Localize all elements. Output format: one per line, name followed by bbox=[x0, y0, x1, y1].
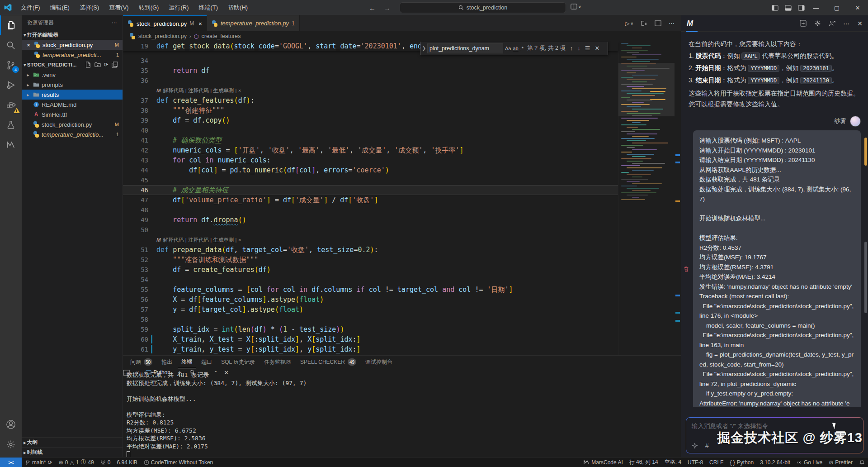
code-line-43[interactable]: 43 for col in numeric_cols: bbox=[123, 155, 618, 165]
code-line-49[interactable]: 49 return df.dropna() bbox=[123, 215, 618, 225]
tree-item-results[interactable]: ▸results bbox=[22, 90, 123, 100]
new-file-icon[interactable] bbox=[85, 62, 91, 68]
tree-item-readme-md[interactable]: iREADME.md bbox=[22, 100, 123, 110]
tab-close-icon[interactable]: × bbox=[198, 20, 202, 27]
regex-toggle[interactable]: .* bbox=[520, 46, 524, 51]
share-user-icon[interactable] bbox=[829, 20, 835, 27]
code-line-46[interactable]: 46 # 成交量相关特征 bbox=[123, 185, 618, 195]
editor-scrollbar[interactable] bbox=[675, 41, 681, 355]
sparkle-command-icon[interactable] bbox=[692, 443, 698, 449]
code-line-61[interactable]: 61 y_train, y_test = y[:split_idx], y[sp… bbox=[123, 344, 618, 354]
toggle-panel-icon[interactable] bbox=[785, 5, 792, 11]
activity-marscode[interactable] bbox=[0, 135, 22, 155]
go-live-item[interactable]: Go Live bbox=[793, 457, 826, 467]
tree-item-temperature-predictio-[interactable]: temperature_predictio...1 bbox=[22, 129, 123, 139]
breadcrumb[interactable]: stock_prediction.py › ⬡ create_features bbox=[123, 31, 681, 41]
code-line-58[interactable]: 58 bbox=[123, 315, 618, 324]
window-close-button[interactable]: ✕ bbox=[847, 0, 868, 15]
activity-testing[interactable] bbox=[0, 115, 22, 135]
encoding-item[interactable]: UTF-8 bbox=[684, 457, 706, 467]
collapse-all-icon[interactable] bbox=[112, 62, 118, 68]
problems-item[interactable]: ⊗0 △1 ⓘ49 bbox=[56, 457, 97, 467]
code-line-40[interactable]: 40 bbox=[123, 125, 618, 135]
code-line-56[interactable]: 56 X = df[feature_columns].astype(float) bbox=[123, 295, 618, 305]
nav-back-icon[interactable]: ← bbox=[369, 4, 376, 12]
panel-tab-问题[interactable]: 问题50 bbox=[127, 356, 156, 368]
code-line-47[interactable]: 47 df['volume_price_ratio'] = df['成交量'] … bbox=[123, 195, 618, 205]
code-line-50[interactable]: 50 bbox=[123, 225, 618, 235]
python-interpreter-item[interactable]: 3.10.2 64-bit bbox=[757, 457, 793, 467]
code-line-55[interactable]: 55 feature_columns = [col for col in df.… bbox=[123, 285, 618, 295]
tree-item-stock-prediction-py[interactable]: stock_prediction.pyM bbox=[22, 119, 123, 129]
language-mode-item[interactable]: { }Python bbox=[726, 457, 757, 467]
cursor-position-item[interactable]: 行 46, 列 14 bbox=[626, 457, 661, 467]
ai-close-icon[interactable]: ✕ bbox=[857, 20, 863, 27]
ai-more-icon[interactable]: ⋯ bbox=[843, 20, 849, 27]
nav-forward-icon[interactable]: → bbox=[384, 4, 391, 12]
prettier-item[interactable]: ⊘Prettier bbox=[826, 457, 856, 467]
find-expand-chevron[interactable]: ❯ bbox=[421, 46, 427, 51]
open-editors-header[interactable]: ▾打开的编辑器 bbox=[22, 30, 123, 40]
gear-icon[interactable] bbox=[814, 20, 821, 27]
activity-extensions[interactable] bbox=[0, 95, 22, 115]
open-changes-icon[interactable] bbox=[641, 20, 647, 27]
split-editor-icon[interactable] bbox=[655, 20, 661, 27]
notifications-bell-icon[interactable] bbox=[856, 457, 868, 467]
code-line-48[interactable]: 48 bbox=[123, 205, 618, 215]
chat-messages[interactable]: 在当前的代码中，您需要输入以下内容： 1. 股票代码：例如 AAPL 代表苹果公… bbox=[681, 32, 868, 407]
code-line-59[interactable]: 59 split_idx = int(len(df) * (1 - test_s… bbox=[123, 324, 618, 334]
find-input[interactable]: plot_predictions_dynam bbox=[427, 43, 503, 53]
code-line-35[interactable]: 35 return df bbox=[123, 66, 618, 76]
editor-tab[interactable]: temperature_prediction.py1 bbox=[207, 15, 300, 31]
file-size-item[interactable]: 6.94 KiB bbox=[113, 457, 140, 467]
activity-run-debug[interactable] bbox=[0, 75, 22, 95]
tree-item--venv[interactable]: ▸.venv bbox=[22, 70, 123, 80]
settings-gear-icon[interactable] bbox=[0, 434, 22, 454]
ports-item[interactable]: 0 bbox=[97, 457, 114, 467]
menu-item[interactable]: 运行(R) bbox=[164, 2, 193, 14]
timeline-section-header[interactable]: ▸时间线 bbox=[22, 447, 123, 457]
explorer-more-actions-icon[interactable]: ⋯ bbox=[112, 19, 117, 26]
code-line-36[interactable]: 36 bbox=[123, 76, 618, 86]
codetime-item[interactable]: CodeTime: Without Token bbox=[141, 457, 216, 467]
panel-tab-SQL 历史记录[interactable]: SQL 历史记录 bbox=[217, 356, 259, 368]
minimap[interactable] bbox=[618, 41, 675, 355]
code-line-52[interactable]: 52 """准备训练和测试数据""" bbox=[123, 255, 618, 265]
code-editor[interactable]: 3435 return df36M 解释代码 | 注释代码 | 生成单测 | ×… bbox=[123, 41, 681, 355]
activity-search[interactable] bbox=[0, 35, 22, 55]
code-line-53[interactable]: 53 df = create_features(df) bbox=[123, 265, 618, 275]
code-line-34[interactable]: 34 bbox=[123, 56, 618, 66]
code-line-57[interactable]: 57 y = df[target_col].astype(float) bbox=[123, 305, 618, 315]
window-minimize-button[interactable]: — bbox=[806, 0, 826, 15]
git-branch-item[interactable]: main* ⟳ bbox=[22, 457, 56, 467]
codelens-actions[interactable]: M 解释代码 | 注释代码 | 生成单测 | × bbox=[123, 235, 618, 245]
marscode-status-item[interactable]: MarsCode AI bbox=[580, 457, 626, 467]
sync-icon[interactable]: ⟳ bbox=[48, 459, 52, 466]
editor-more-actions-icon[interactable]: ⋯ bbox=[669, 20, 675, 27]
ai-scrollbar-thumb[interactable] bbox=[864, 242, 867, 313]
find-in-selection-icon[interactable]: ☰ bbox=[585, 45, 590, 52]
find-prev-icon[interactable]: ↑ bbox=[570, 45, 573, 52]
indentation-item[interactable]: 空格: 4 bbox=[661, 457, 684, 467]
hash-context-icon[interactable]: # bbox=[705, 442, 709, 449]
menu-item[interactable]: 选择(S) bbox=[75, 2, 104, 14]
menu-item[interactable]: 终端(T) bbox=[194, 2, 222, 14]
layout-control-button[interactable]: ∨ bbox=[571, 3, 581, 10]
match-case-toggle[interactable]: Aa bbox=[505, 46, 511, 51]
new-folder-icon[interactable] bbox=[94, 62, 101, 68]
menu-item[interactable]: 编辑(E) bbox=[46, 2, 74, 14]
toggle-secondary-sidebar-icon[interactable] bbox=[798, 5, 805, 11]
find-close-icon[interactable]: ✕ bbox=[594, 45, 599, 52]
ai-scrollbar-accent[interactable] bbox=[864, 138, 867, 166]
account-icon[interactable] bbox=[0, 415, 22, 434]
codelens-actions[interactable]: M 解释代码 | 注释代码 | 生成单测 | × bbox=[123, 86, 618, 95]
code-line-60[interactable]: 60 X_train, X_test = X[:split_idx], X[sp… bbox=[123, 334, 618, 344]
tree-item-simhei-ttf[interactable]: ASimHei.ttf bbox=[22, 110, 123, 119]
code-line-51[interactable]: 51def prepare_data(df, target_col='收盘', … bbox=[123, 245, 618, 255]
activity-source-control[interactable]: 4 bbox=[0, 55, 22, 75]
run-python-button[interactable]: ▷∨ bbox=[625, 20, 633, 27]
code-line-38[interactable]: 38 """创建特征""" bbox=[123, 105, 618, 115]
panel-tab-输出[interactable]: 输出 bbox=[158, 356, 176, 368]
menu-item[interactable]: 帮助(H) bbox=[223, 2, 252, 14]
tree-item-prompts[interactable]: ▸prompts bbox=[22, 80, 123, 90]
